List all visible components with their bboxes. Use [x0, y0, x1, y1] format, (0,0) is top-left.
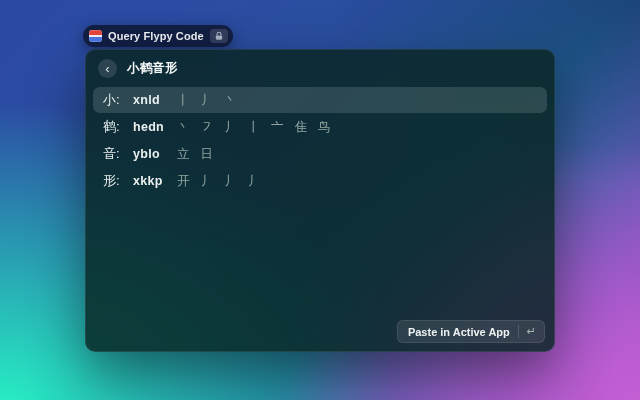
query-window: ‹ 小鹤音形 小: xnld 丨 丿 丶 鹤: hedn 丶 ㇇ 丿	[85, 49, 555, 352]
stroke-glyph: 隹	[295, 119, 308, 136]
code-value: xkkp	[133, 174, 177, 188]
button-divider	[518, 325, 519, 338]
screen: Query Flypy Code ‹ 小鹤音形 小: xnld 丨 丿 丶	[0, 0, 640, 400]
chevron-left-icon: ‹	[105, 62, 109, 75]
stroke-glyph: 开	[177, 173, 190, 190]
stroke-glyph: 丿	[224, 119, 237, 136]
paste-button-label: Paste in Active App	[408, 326, 510, 338]
stroke-list: 立 日	[177, 146, 213, 163]
code-list: 小: xnld 丨 丿 丶 鹤: hedn 丶 ㇇ 丿 丨 亠 隹	[86, 85, 554, 194]
launcher-pill[interactable]: Query Flypy Code	[83, 25, 233, 47]
char-label: 小:	[103, 91, 133, 109]
stroke-glyph: 鸟	[318, 119, 331, 136]
code-value: hedn	[133, 120, 177, 134]
stroke-glyph: 丿	[224, 173, 237, 190]
paste-in-active-app-button[interactable]: Paste in Active App ↵	[397, 320, 545, 343]
stroke-list: 丨 丿 丶	[177, 92, 237, 109]
lock-icon	[214, 31, 224, 41]
char-label: 音:	[103, 145, 133, 163]
pill-title: Query Flypy Code	[108, 30, 204, 42]
stroke-list: 丶 ㇇ 丿 丨 亠 隹 鸟	[177, 119, 331, 136]
window-header: ‹ 小鹤音形	[86, 50, 554, 85]
stroke-list: 开 丿 丿 丿	[177, 173, 260, 190]
flypy-extension-icon	[89, 30, 102, 42]
back-button[interactable]: ‹	[98, 59, 117, 78]
stroke-glyph: 日	[201, 146, 214, 163]
list-item-xiao[interactable]: 小: xnld 丨 丿 丶	[93, 87, 547, 113]
code-value: yblo	[133, 147, 177, 161]
list-item-xing[interactable]: 形: xkkp 开 丿 丿 丿	[93, 168, 547, 194]
stroke-glyph: ㇇	[201, 119, 214, 136]
stroke-glyph: 丶	[177, 119, 190, 136]
stroke-glyph: 丿	[201, 173, 214, 190]
stroke-glyph: 丿	[201, 92, 214, 109]
stroke-glyph: 丨	[177, 92, 190, 109]
hotkey-badge	[210, 29, 228, 43]
char-label: 形:	[103, 172, 133, 190]
enter-key-icon: ↵	[527, 325, 536, 338]
list-item-he[interactable]: 鹤: hedn 丶 ㇇ 丿 丨 亠 隹 鸟	[93, 114, 547, 140]
stroke-glyph: 亠	[271, 119, 284, 136]
page-title: 小鹤音形	[127, 60, 178, 77]
code-value: xnld	[133, 93, 177, 107]
stroke-glyph: 立	[177, 146, 190, 163]
stroke-glyph: 丨	[248, 119, 261, 136]
char-label: 鹤:	[103, 118, 133, 136]
stroke-glyph: 丶	[224, 92, 237, 109]
stroke-glyph: 丿	[248, 173, 261, 190]
list-item-yin[interactable]: 音: yblo 立 日	[93, 141, 547, 167]
